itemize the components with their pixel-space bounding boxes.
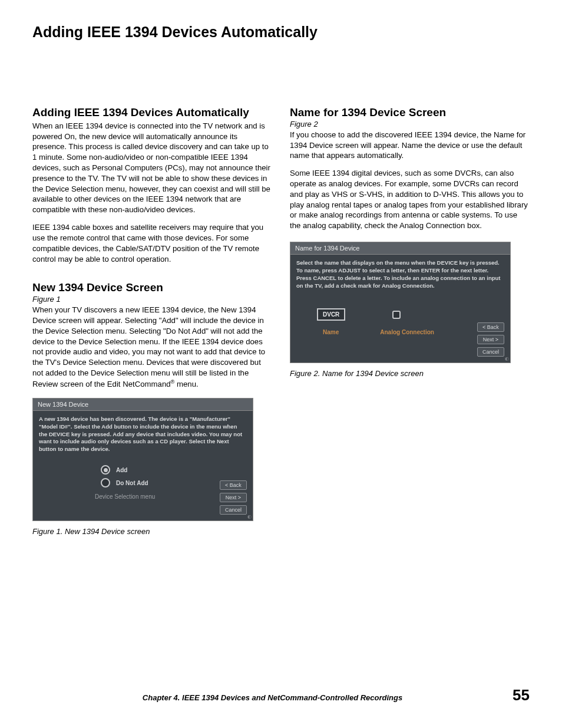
figure-reference: Figure 1 — [32, 295, 272, 304]
figure-2-instructions: Select the name that displays on the men… — [290, 255, 510, 292]
figure-2-titlebar: Name for 1394 Device — [290, 242, 510, 255]
analog-connection-checkbox[interactable] — [392, 311, 401, 319]
analog-connection-label: Analog Connection — [380, 329, 434, 335]
right-column: Name for 1394 Device Screen Figure 2 If … — [290, 106, 530, 536]
corner-glyph: ◐ — [505, 356, 509, 361]
figure-1-caption: Figure 1. New 1394 Device screen — [32, 527, 272, 536]
figure-2-screenshot: Name for 1394 Device Select the name tha… — [290, 242, 511, 363]
footer-chapter: Chapter 4. IEEE 1394 Devices and NetComm… — [32, 693, 513, 702]
figure-1-titlebar: New 1394 Device — [33, 398, 253, 411]
corner-glyph: ◐ — [247, 514, 252, 519]
body-text: IEEE 1394 cable boxes and satellite rece… — [32, 222, 272, 264]
figure-1-screenshot: New 1394 Device A new 1394 device has be… — [32, 398, 253, 521]
section-heading-adding: Adding IEEE 1394 Devices Automatically — [32, 106, 272, 120]
body-text: When an IEEE 1394 device is connected in… — [32, 121, 272, 215]
radio-option-add[interactable]: Add — [101, 465, 247, 475]
section-heading-name-device: Name for 1394 Device Screen — [290, 106, 530, 120]
radio-icon — [101, 478, 110, 487]
figure-2-caption: Figure 2. Name for 1394 Device screen — [290, 369, 530, 378]
cancel-button[interactable]: Cancel — [220, 505, 247, 515]
name-label: Name — [323, 329, 339, 335]
page-title: Adding IEEE 1394 Devices Automatically — [32, 24, 530, 41]
back-button[interactable]: < Back — [220, 480, 247, 490]
cancel-button[interactable]: Cancel — [477, 347, 504, 357]
page-footer: Chapter 4. IEEE 1394 Devices and NetComm… — [32, 686, 530, 704]
device-name-field[interactable]: DVCR — [317, 308, 345, 321]
section-heading-new-device: New 1394 Device Screen — [32, 281, 272, 295]
page-number: 55 — [513, 686, 530, 704]
next-button[interactable]: Next > — [220, 493, 247, 502]
body-text: If you choose to add the discovered IEEE… — [290, 130, 530, 161]
body-text: When your TV discovers a new IEEE 1394 d… — [32, 305, 272, 390]
figure-reference: Figure 2 — [290, 120, 530, 129]
body-text-span: When your TV discovers a new IEEE 1394 d… — [32, 305, 265, 388]
next-button[interactable]: Next > — [477, 335, 504, 344]
radio-label: Do Not Add — [116, 480, 148, 486]
back-button[interactable]: < Back — [477, 322, 504, 332]
radio-icon — [101, 465, 110, 475]
left-column: Adding IEEE 1394 Devices Automatically W… — [32, 106, 272, 536]
figure-1-instructions: A new 1394 device has been discovered. T… — [33, 411, 253, 456]
body-text-span: menu. — [174, 380, 198, 388]
body-text: Some IEEE 1394 digital devices, such as … — [290, 168, 530, 231]
radio-label: Add — [116, 467, 127, 473]
